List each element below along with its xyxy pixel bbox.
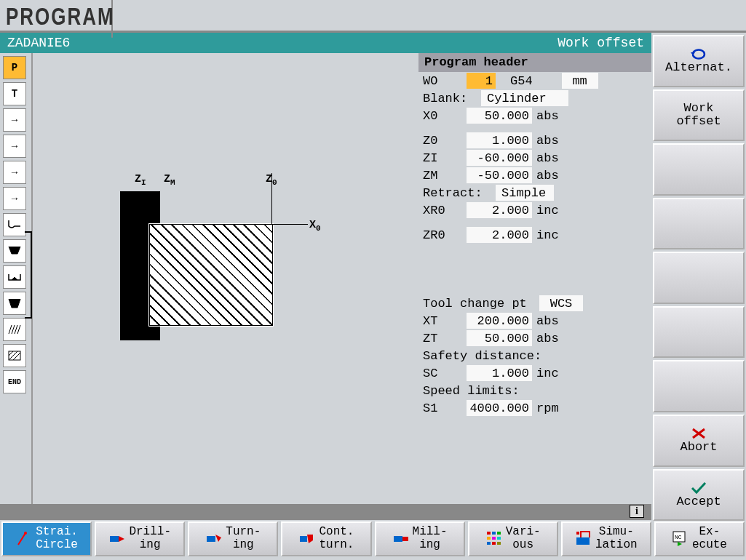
btn-accept[interactable]: Accept <box>653 469 745 521</box>
svg-rect-2 <box>110 536 119 542</box>
sc-value[interactable]: 1.000 <box>467 365 532 381</box>
svg-rect-4 <box>300 536 307 542</box>
btn-empty-3[interactable] <box>653 252 745 304</box>
svg-rect-9 <box>497 532 501 535</box>
contturn-icon <box>298 530 316 548</box>
label-x0: X0 <box>309 219 321 233</box>
workpiece-blank <box>149 224 273 326</box>
s1-value[interactable]: 4000.000 <box>467 400 532 416</box>
icon-contour-1[interactable] <box>3 213 26 236</box>
blank-label: Blank: <box>423 92 481 105</box>
zt-value[interactable]: 50.000 <box>467 330 532 346</box>
icon-contour-4[interactable] <box>3 292 26 315</box>
s1-label: S1 <box>423 401 467 415</box>
btn-empty-2[interactable] <box>653 198 745 250</box>
icon-t[interactable]: T <box>3 82 26 105</box>
xr0-label: XR0 <box>423 204 467 217</box>
sc-unit: inc <box>536 367 563 380</box>
icon-contour-2[interactable] <box>3 239 26 263</box>
zt-label: ZT <box>423 332 467 345</box>
zm-value[interactable]: -50.000 <box>467 167 532 183</box>
x0-label: X0 <box>423 109 467 123</box>
zm-label: ZM <box>423 169 467 183</box>
check-icon <box>690 481 707 495</box>
xr0-value[interactable]: 2.000 <box>467 202 532 218</box>
icon-arrow-3[interactable]: → <box>3 161 26 184</box>
icon-contour-3[interactable] <box>3 265 26 289</box>
btn-empty-5[interactable] <box>653 360 745 412</box>
svg-rect-14 <box>492 542 496 545</box>
x-icon <box>690 426 707 441</box>
zr0-label: ZR0 <box>423 228 467 242</box>
toolchg-label: Tool change pt <box>423 297 539 311</box>
btn-turning[interactable]: Turn- ing <box>188 521 278 556</box>
svg-rect-6 <box>402 537 408 541</box>
icon-p[interactable]: P <box>3 56 26 79</box>
svg-rect-7 <box>487 532 491 535</box>
line-icon <box>15 530 33 548</box>
wo-code: G54 <box>510 74 533 88</box>
icon-hatch-1[interactable] <box>3 318 26 341</box>
svg-rect-16 <box>576 537 590 545</box>
icon-arrow-2[interactable]: → <box>3 135 26 158</box>
various-icon <box>485 530 503 548</box>
wo-value[interactable]: 1 <box>467 73 496 89</box>
icon-end[interactable]: END <box>3 370 26 393</box>
chuck-body <box>120 235 149 297</box>
btn-milling[interactable]: Mill- ing <box>375 521 465 556</box>
btn-cont-turn[interactable]: Cont. turn. <box>281 521 371 556</box>
s1-unit: rpm <box>536 401 563 415</box>
btn-simulation[interactable]: Simu- lation <box>561 521 651 556</box>
svg-rect-11 <box>492 537 496 540</box>
xt-unit: abs <box>536 314 563 328</box>
z0-unit: abs <box>536 134 563 148</box>
zr0-value[interactable]: 2.000 <box>467 227 532 243</box>
label-zi: ZI <box>135 173 146 187</box>
zi-unit: abs <box>536 151 563 165</box>
btn-various[interactable]: Vari- ous <box>468 521 558 556</box>
btn-alternat[interactable]: Alternat. <box>653 35 745 87</box>
svg-rect-10 <box>487 537 491 540</box>
x0-unit: abs <box>536 109 563 123</box>
right-softkeys: Alternat. Work offset Abort Accept <box>651 35 746 521</box>
btn-abort[interactable]: Abort <box>653 415 745 467</box>
xt-label: XT <box>423 314 467 328</box>
icon-hatch-2[interactable] <box>3 344 26 367</box>
zi-label: ZI <box>423 151 467 165</box>
speed-label: Speed limits: <box>423 384 520 398</box>
label-zm: ZM <box>164 173 175 187</box>
bottom-softkeys: Strai.Circle Drill- ing Turn- ing Cont. … <box>0 519 746 558</box>
axis-horizontal <box>271 224 308 225</box>
xt-value[interactable]: 200.000 <box>467 313 532 329</box>
btn-strai-circle[interactable]: Strai.Circle <box>1 521 92 556</box>
zi-value[interactable]: -60.000 <box>467 150 532 166</box>
icon-arrow-4[interactable]: → <box>3 187 26 210</box>
z0-value[interactable]: 1.000 <box>467 132 532 148</box>
icon-group-bracket <box>25 231 32 319</box>
wo-unit[interactable]: mm <box>562 73 598 89</box>
btn-execute[interactable]: NC Ex- ecute <box>654 521 745 556</box>
retract-value[interactable]: Simple <box>496 185 554 201</box>
parameter-panel: Program header WO 1 G54 mm Blank: Cylind… <box>418 53 651 504</box>
svg-rect-13 <box>487 542 491 545</box>
params-header: Program header <box>418 53 651 72</box>
simu-icon <box>575 530 592 548</box>
svg-text:NC: NC <box>675 534 682 540</box>
wo-label: WO <box>423 74 467 88</box>
cycle-icon <box>689 47 708 61</box>
btn-empty-4[interactable] <box>653 306 745 359</box>
svg-rect-8 <box>492 532 496 535</box>
icon-arrow-1[interactable]: → <box>3 108 26 132</box>
zt-unit: abs <box>536 332 563 345</box>
zm-unit: abs <box>536 169 563 183</box>
btn-drilling[interactable]: Drill- ing <box>95 521 185 556</box>
btn-work-offset[interactable]: Work offset <box>653 89 745 142</box>
blank-value[interactable]: Cylinder <box>481 90 568 106</box>
xr0-unit: inc <box>536 204 563 217</box>
info-icon[interactable]: i <box>630 505 644 518</box>
toolchg-value[interactable]: WCS <box>539 295 583 311</box>
x0-value[interactable]: 50.000 <box>467 108 532 124</box>
mode-label: Work offset <box>557 36 644 50</box>
svg-rect-12 <box>497 537 501 540</box>
btn-empty-1[interactable] <box>653 143 745 196</box>
